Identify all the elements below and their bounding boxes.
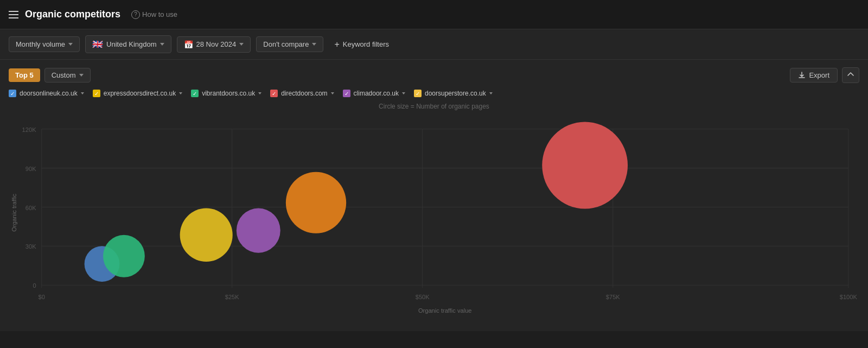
domain-filter-doorsuperstore-co-uk[interactable]: ✓doorsuperstore.co.uk	[414, 90, 493, 97]
domain-dropdown-arrow-icon[interactable]	[179, 92, 182, 94]
chart-container: Top 5 Custom Export ✓doorsonlineuk.co.uk…	[0, 60, 868, 331]
question-icon: ?	[131, 10, 140, 19]
chart-note: Circle size = Number of organic pages	[9, 103, 859, 110]
domain-checkbox-icon: ✓	[191, 90, 199, 97]
dropdown-arrow-icon	[68, 43, 73, 46]
keyword-filters-button[interactable]: + Keyword filters	[329, 36, 394, 53]
dropdown-arrow-icon	[239, 43, 244, 46]
header: Organic competitors ? How to use	[0, 0, 868, 29]
svg-text:30K: 30K	[25, 243, 36, 250]
uk-flag-icon: 🇬🇧	[92, 39, 103, 49]
bubble-directdoors[interactable]	[237, 208, 280, 253]
domain-dropdown-arrow-icon[interactable]	[402, 92, 405, 94]
domain-dropdown-arrow-icon[interactable]	[331, 92, 334, 94]
compare-dropdown[interactable]: Don't compare	[256, 36, 323, 52]
domain-filter-expressdoorsdirect-co-uk[interactable]: ✓expressdoorsdirect.co.uk	[93, 90, 182, 97]
export-button[interactable]: Export	[790, 68, 838, 83]
menu-icon[interactable]	[9, 11, 18, 18]
svg-text:$100K: $100K	[840, 294, 858, 300]
domain-filter-directdoors-com[interactable]: ✓directdoors.com	[270, 90, 334, 97]
toolbar: Monthly volume 🇬🇧 United Kingdom 📅 28 No…	[0, 29, 868, 60]
domain-filters: ✓doorsonlineuk.co.uk✓expressdoorsdirect.…	[9, 90, 859, 97]
svg-text:$25K: $25K	[225, 294, 239, 300]
bubble-vibrantdoors[interactable]	[180, 208, 233, 262]
svg-text:Organic traffic value: Organic traffic value	[418, 307, 472, 314]
chart-controls-right: Export	[790, 67, 859, 83]
svg-text:60K: 60K	[25, 205, 36, 211]
volume-dropdown[interactable]: Monthly volume	[9, 36, 80, 52]
bubble-expressdoorsdirect[interactable]	[103, 235, 145, 277]
svg-text:0: 0	[33, 282, 36, 289]
svg-text:90K: 90K	[25, 166, 36, 172]
scatter-chart: 0 30K 60K 90K 120K $0 $25K $50K $75K $10…	[9, 112, 859, 324]
dropdown-arrow-icon	[312, 43, 316, 46]
domain-dropdown-arrow-icon[interactable]	[81, 92, 84, 94]
country-dropdown[interactable]: 🇬🇧 United Kingdom	[85, 35, 171, 53]
domain-checkbox-icon: ✓	[270, 90, 278, 97]
domain-label: doorsuperstore.co.uk	[425, 90, 486, 97]
custom-button[interactable]: Custom	[44, 68, 91, 83]
domain-checkbox-icon: ✓	[414, 90, 422, 97]
svg-text:120K: 120K	[22, 126, 36, 133]
how-to-use-link[interactable]: ? How to use	[131, 10, 177, 19]
domain-label: climadoor.co.uk	[354, 90, 399, 97]
bubble-climadoor[interactable]	[286, 172, 346, 233]
domain-dropdown-arrow-icon[interactable]	[258, 92, 261, 94]
domain-checkbox-icon: ✓	[9, 90, 16, 97]
svg-text:Organic traffic: Organic traffic	[11, 193, 17, 231]
domain-label: vibrantdoors.co.uk	[202, 90, 255, 97]
date-dropdown[interactable]: 📅 28 Nov 2024	[177, 36, 251, 53]
dropdown-arrow-icon	[160, 43, 164, 46]
svg-text:$75K: $75K	[606, 294, 620, 300]
bubble-doorsuperstore[interactable]	[542, 122, 628, 208]
domain-label: directdoors.com	[281, 90, 327, 97]
collapse-button[interactable]	[842, 67, 859, 83]
domain-checkbox-icon: ✓	[93, 90, 100, 97]
domain-checkbox-icon: ✓	[343, 90, 350, 97]
chart-controls-left: Top 5 Custom	[9, 68, 91, 83]
top5-button[interactable]: Top 5	[9, 68, 40, 82]
domain-filter-climadoor-co-uk[interactable]: ✓climadoor.co.uk	[343, 90, 405, 97]
domain-filter-vibrantdoors-co-uk[interactable]: ✓vibrantdoors.co.uk	[191, 90, 261, 97]
calendar-icon: 📅	[184, 40, 193, 49]
dropdown-arrow-icon	[79, 74, 84, 77]
plus-icon: +	[334, 40, 339, 49]
domain-label: expressdoorsdirect.co.uk	[104, 90, 176, 97]
domain-dropdown-arrow-icon[interactable]	[489, 92, 493, 94]
domain-label: doorsonlineuk.co.uk	[20, 90, 78, 97]
chart-header: Top 5 Custom Export	[9, 67, 859, 83]
domain-filter-doorsonlineuk-co-uk[interactable]: ✓doorsonlineuk.co.uk	[9, 90, 84, 97]
chevron-up-icon	[847, 71, 854, 78]
svg-text:$50K: $50K	[416, 294, 430, 300]
svg-text:$0: $0	[39, 294, 45, 300]
page-title: Organic competitors	[25, 9, 120, 20]
export-icon	[798, 72, 806, 79]
